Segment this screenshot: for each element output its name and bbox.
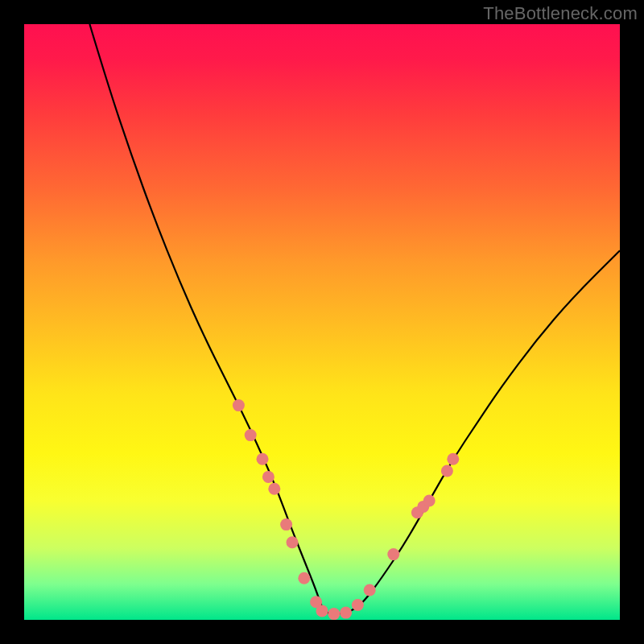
curve-marker-dot (257, 453, 269, 465)
curve-marker-dot (268, 483, 280, 495)
watermark-text: TheBottleneck.com (483, 3, 638, 24)
curve-marker-dot (352, 599, 364, 611)
curve-marker-dot (441, 465, 453, 477)
curve-marker-dot (447, 453, 459, 465)
curve-marker-dot (316, 605, 328, 617)
plot-area (24, 24, 620, 620)
outer-frame: TheBottleneck.com (0, 0, 644, 644)
curve-marker-dot (387, 548, 399, 560)
curve-marker-dot (423, 495, 436, 507)
bottleneck-curve (89, 24, 620, 614)
curve-markers (233, 399, 459, 620)
curve-marker-dot (364, 584, 376, 597)
curve-marker-dot (298, 572, 310, 584)
curve-marker-dot (328, 608, 340, 620)
chart-svg (24, 24, 620, 620)
curve-marker-dot (287, 536, 299, 548)
curve-marker-dot (262, 471, 275, 483)
curve-marker-dot (233, 399, 245, 411)
curve-marker-dot (280, 518, 292, 530)
curve-marker-dot (340, 607, 352, 619)
curve-marker-dot (245, 429, 257, 441)
